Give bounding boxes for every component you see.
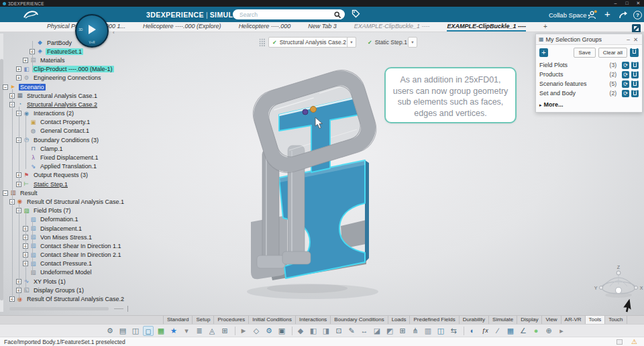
section-left-icon[interactable]: ◧ [308,326,319,336]
panel-minimize-button[interactable]: – [625,36,632,43]
section-right-icon[interactable]: ◨ [321,326,331,336]
refresh-icon[interactable]: ⟳ [622,90,629,97]
ribbon-tab-setup[interactable]: Setup [193,316,214,324]
tree-expand-toggle[interactable]: + [16,66,21,72]
collab-space-selector[interactable]: Collab Space▾ [549,11,590,19]
scrollbar-thumb[interactable] [9,307,109,310]
minimize-button[interactable]: – [610,0,621,7]
ribbon-tab-initial-conditions[interactable]: Initial Conditions [249,316,296,324]
resize-width-icon[interactable]: ↔ [359,326,370,336]
more-link[interactable]: ▸More... [539,101,639,108]
ribbon-tab-interactions[interactable]: Interactions [296,316,331,324]
tree-item[interactable]: +◧Clip-Product ----.000 (Male-1) [0,65,168,74]
warning-icon[interactable]: ⚠ [631,337,637,346]
tree-expand-toggle[interactable]: + [16,75,21,80]
ribbon-tab-simulate[interactable]: Simulate [489,316,517,324]
print-setup-icon[interactable]: ⚙ [105,326,115,336]
tree-item[interactable]: +⚙Engineering Connections [0,74,168,82]
copy-view-icon[interactable]: ◪ [372,326,382,336]
selection-group-row[interactable]: Scenario features(5)⟳ [539,79,639,89]
tree-expand-toggle[interactable]: + [23,58,28,63]
status-light-icon[interactable]: ● [531,326,541,336]
global-search[interactable] [233,9,345,19]
validate-list-icon[interactable]: ▣ [276,326,287,336]
scene-tree-icon[interactable]: ⋔ [410,326,421,336]
color-table-icon[interactable]: ▦ [156,326,166,336]
new-tab-button[interactable]: + [543,22,547,32]
tag-icon[interactable] [352,9,360,18]
ribbon-tab-tools[interactable]: Tools [586,316,606,324]
tree-item[interactable]: −◔Structural Analysis Case.2 [0,100,168,109]
user-profile-icon[interactable] [588,10,598,19]
case-options-dropdown[interactable]: ▾ [347,37,356,48]
search-icon[interactable] [334,11,341,19]
step-selector[interactable]: ✓ Static Step.1 [364,37,411,48]
clear-all-button[interactable]: Clear all [598,48,627,58]
tree-expand-toggle[interactable]: − [3,84,8,90]
3d-viewport[interactable]: ✓ Structural Analysis Case.2 ▾ ▾ ✓ Stati… [0,32,644,315]
add-content-button[interactable]: + [604,8,610,19]
save-button[interactable]: Save [574,48,595,58]
ribbon-tab-standard[interactable]: Standard [163,316,193,324]
document-tab[interactable]: EXAMPLE-ClipBuckle_1 ---- [447,22,526,32]
ribbon-tab-durability[interactable]: Durability [460,316,489,324]
tree-item[interactable]: +⊢Static Step.1 [0,180,168,188]
frame-select-icon[interactable]: ⊡ [333,326,344,336]
web-sync-icon[interactable]: ⊕ [543,326,554,336]
annotate-icon[interactable]: ✎ [346,326,357,336]
trash-icon[interactable] [631,80,639,88]
refresh-icon[interactable]: ⟳ [622,80,629,88]
refresh-icon[interactable]: ⟳ [622,71,629,78]
table-grid-icon[interactable]: ▦ [505,326,516,336]
paste-view-icon[interactable]: ◩ [384,326,395,336]
trash-icon[interactable] [631,71,639,78]
document-list-icon[interactable]: ≣ [194,326,205,336]
panel-header[interactable]: ▦ My Selection Groups – ✕ [536,34,642,45]
tree-item[interactable]: +◉Result Of Structural Analysis Case.2 [0,294,168,303]
monitor-view-icon[interactable]: ◫ [435,326,446,336]
settings-window-icon[interactable]: ⊞ [219,326,230,336]
selection-sets-icon[interactable]: ▤ [117,326,128,336]
update-gears-icon[interactable]: ⚙ [264,326,274,336]
panel-close-button[interactable]: ✕ [632,36,639,43]
ruler-icon[interactable]: ⇆ [448,326,459,336]
layers-stack-icon[interactable]: ▥ [423,326,433,336]
selection-group-row[interactable]: Products(2)⟳ [539,70,639,79]
ribbon-tab-procedures[interactable]: Procedures [214,316,249,324]
document-tab[interactable]: Helicoptere ----.000 (Explore) [143,22,221,32]
document-tab[interactable]: Helicoptere ----.000 [239,22,291,32]
tree-item[interactable]: −◉Result Of Structural Analysis Case.1 [0,197,168,206]
view-3d-icon[interactable]: ◇ [251,326,262,336]
tree-item[interactable]: +▦Structural Analysis Case.1 [0,91,168,100]
trash-icon[interactable] [631,62,639,69]
link-nodes-icon[interactable]: ◬ [207,326,217,336]
selection-group-row[interactable]: Set and Body(2)⟳ [539,89,639,98]
favorites-icon[interactable]: ★ [168,326,179,336]
ribbon-tab-ar-vr[interactable]: AR-VR [561,316,586,324]
tree-item[interactable]: −▥Result [0,188,168,197]
3d-compass-widget[interactable]: 3D V+R [75,14,109,48]
play-next-icon[interactable]: ► [238,326,249,336]
tree-expand-toggle[interactable]: − [3,190,8,196]
ribbon-tab-touch[interactable]: Touch [605,316,627,324]
ribbon-tab-loads[interactable]: Loads [388,316,411,324]
tree-item[interactable]: +▤Materials [0,56,168,64]
ribbon-tab-view[interactable]: View [542,316,561,324]
selection-group-row[interactable]: Field Plots(3)⟳ [539,60,639,70]
toolbar-drag-handle-icon[interactable] [259,38,266,47]
tree-item[interactable]: −►Scenario [0,82,168,91]
tree-item[interactable]: +◈FeatureSet.1 [0,47,168,56]
refresh-icon[interactable]: ⟳ [622,62,629,69]
ribbon-tab-predefined-fields[interactable]: Predefined Fields [410,316,459,324]
step-options-dropdown[interactable]: ▾ [408,37,417,48]
delete-all-icon[interactable] [630,48,639,57]
window-layout-icon[interactable]: ◫ [130,326,141,336]
note-icon[interactable] [616,339,623,345]
share-icon[interactable] [619,11,628,19]
screenshot-icon[interactable]: ⊞ [397,326,408,336]
angle-measure-icon[interactable]: ∠ [518,326,529,336]
analysis-case-dropdown[interactable]: ✓ Structural Analysis Case.2 ▾ [268,37,356,48]
favorites-caret[interactable]: ▾ [181,326,192,336]
document-tab[interactable]: New Tab 3 [308,22,337,32]
maximize-button[interactable]: □ [621,0,633,7]
